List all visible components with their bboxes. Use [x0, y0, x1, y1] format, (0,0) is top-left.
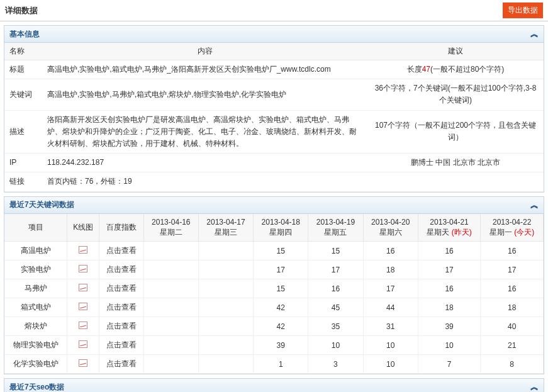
data-cell — [143, 260, 198, 279]
data-cell: 15 — [254, 242, 308, 260]
data-cell: 18 — [481, 298, 544, 317]
collapse-icon[interactable]: ︽ — [530, 199, 539, 211]
data-cell — [143, 336, 198, 355]
data-cell — [198, 355, 253, 374]
data-cell — [143, 298, 198, 317]
seo-panel: 最近7天seo数据 ︽ 项目K线图2013-04-16星期二2013-04-17… — [4, 378, 544, 392]
keywords-panel: 最近7天关键词数据 ︽ 项目K线图百度指数2013-04-16星期二2013-0… — [4, 196, 544, 375]
row-title: 标题 高温电炉,实验电炉,箱式电炉,马弗炉_洛阳高新开发区天创实验电炉厂_www… — [4, 60, 544, 79]
baidu-index-link[interactable]: 点击查看 — [106, 340, 137, 349]
date-header: 2013-04-16星期二 — [143, 214, 198, 242]
data-cell: 45 — [308, 298, 363, 317]
data-cell — [198, 242, 253, 260]
page-title: 详细数据 — [5, 5, 38, 16]
keyword-name: 实验电炉 — [4, 260, 67, 279]
col-name: 名称 — [4, 43, 42, 60]
data-cell — [198, 260, 253, 279]
row-desc: 描述 洛阳高新开发区天创实验电炉厂是研发高温电炉、高温熔块炉、实验电炉、箱式电炉… — [4, 110, 544, 154]
data-cell — [198, 317, 253, 336]
col-content: 内容 — [42, 43, 367, 60]
data-cell: 18 — [418, 298, 481, 317]
table-row: 高温电炉点击查看1515161616 — [4, 242, 544, 260]
table-row: 箱式电炉点击查看4245441818 — [4, 298, 544, 317]
date-header: 2013-04-19星期五 — [308, 214, 363, 242]
date-header: 2013-04-22星期一 (今天) — [481, 214, 544, 242]
baidu-index-link[interactable]: 点击查看 — [106, 284, 137, 293]
keyword-name: 马弗炉 — [4, 279, 67, 298]
keyword-name: 熔块炉 — [4, 317, 67, 336]
data-cell: 17 — [363, 279, 418, 298]
data-cell: 16 — [308, 279, 363, 298]
data-cell — [198, 298, 253, 317]
data-cell: 8 — [481, 355, 544, 374]
kline-icon[interactable] — [79, 246, 87, 254]
data-cell: 39 — [254, 336, 308, 355]
row-links: 链接 首页内链：76，外链：19 — [4, 172, 544, 191]
kline-icon[interactable] — [79, 265, 87, 272]
baidu-index-link[interactable]: 点击查看 — [106, 246, 137, 255]
data-cell: 10 — [418, 336, 481, 355]
data-cell: 17 — [418, 260, 481, 279]
table-row: 物理实验电炉点击查看3910101021 — [4, 336, 544, 355]
data-cell: 16 — [418, 242, 481, 260]
data-cell — [198, 336, 253, 355]
data-cell: 16 — [481, 242, 544, 260]
seo-panel-title: 最近7天seo数据 — [9, 382, 64, 392]
baidu-index-link[interactable]: 点击查看 — [106, 359, 137, 368]
baidu-index-link[interactable]: 点击查看 — [106, 265, 137, 274]
data-cell: 40 — [481, 317, 544, 336]
data-cell — [198, 279, 253, 298]
keywords-panel-title: 最近7天关键词数据 — [9, 199, 74, 210]
data-cell: 42 — [254, 298, 308, 317]
kline-icon[interactable] — [79, 303, 87, 310]
basic-info-table: 名称 内容 建议 标题 高温电炉,实验电炉,箱式电炉,马弗炉_洛阳高新开发区天创… — [4, 43, 544, 192]
keyword-name: 化学实验电炉 — [4, 355, 67, 374]
baidu-index-link[interactable]: 点击查看 — [106, 303, 137, 311]
table-row: 马弗炉点击查看1516171616 — [4, 279, 544, 298]
baidu-index-link[interactable]: 点击查看 — [106, 322, 137, 330]
keywords-panel-header: 最近7天关键词数据 ︽ — [4, 197, 544, 214]
keyword-name: 物理实验电炉 — [4, 336, 67, 355]
table-row: 熔块炉点击查看4235313940 — [4, 317, 544, 336]
keyword-name: 箱式电炉 — [4, 298, 67, 317]
date-header: 2013-04-18星期四 — [254, 214, 308, 242]
collapse-icon[interactable]: ︽ — [530, 28, 539, 40]
data-cell: 39 — [418, 317, 481, 336]
col-header: K线图 — [67, 214, 99, 242]
data-cell: 17 — [308, 260, 363, 279]
export-button[interactable]: 导出数据 — [503, 3, 543, 18]
data-cell: 1 — [254, 355, 308, 374]
data-cell: 44 — [363, 298, 418, 317]
data-cell — [143, 317, 198, 336]
data-cell: 21 — [481, 336, 544, 355]
date-header: 2013-04-17星期三 — [198, 214, 253, 242]
data-cell: 10 — [363, 336, 418, 355]
data-cell — [143, 355, 198, 374]
table-row: 化学实验电炉点击查看131078 — [4, 355, 544, 374]
kline-icon[interactable] — [79, 284, 87, 291]
data-cell — [143, 242, 198, 260]
data-cell: 15 — [308, 242, 363, 260]
data-cell: 16 — [363, 242, 418, 260]
data-cell: 31 — [363, 317, 418, 336]
basic-info-panel: 基本信息 ︽ 名称 内容 建议 标题 高温电炉,实验电炉,箱式电炉,马弗炉_洛阳… — [4, 25, 544, 193]
basic-panel-title: 基本信息 — [9, 29, 40, 40]
date-header: 2013-04-21星期天 (昨天) — [418, 214, 481, 242]
data-cell: 35 — [308, 317, 363, 336]
table-row: 实验电炉点击查看1717181717 — [4, 260, 544, 279]
data-cell: 16 — [418, 279, 481, 298]
kline-icon[interactable] — [79, 359, 87, 367]
col-suggest: 建议 — [367, 43, 544, 60]
kline-icon[interactable] — [79, 322, 87, 329]
data-cell: 10 — [363, 355, 418, 374]
collapse-icon[interactable]: ︽ — [530, 381, 539, 392]
keywords-table: 项目K线图百度指数2013-04-16星期二2013-04-17星期三2013-… — [4, 214, 544, 374]
col-header: 百度指数 — [99, 214, 144, 242]
data-cell: 17 — [481, 260, 544, 279]
date-header: 2013-04-20星期六 — [363, 214, 418, 242]
kline-icon[interactable] — [79, 340, 87, 348]
data-cell: 42 — [254, 317, 308, 336]
data-cell: 17 — [254, 260, 308, 279]
seo-panel-header: 最近7天seo数据 ︽ — [4, 379, 544, 392]
data-cell: 3 — [308, 355, 363, 374]
